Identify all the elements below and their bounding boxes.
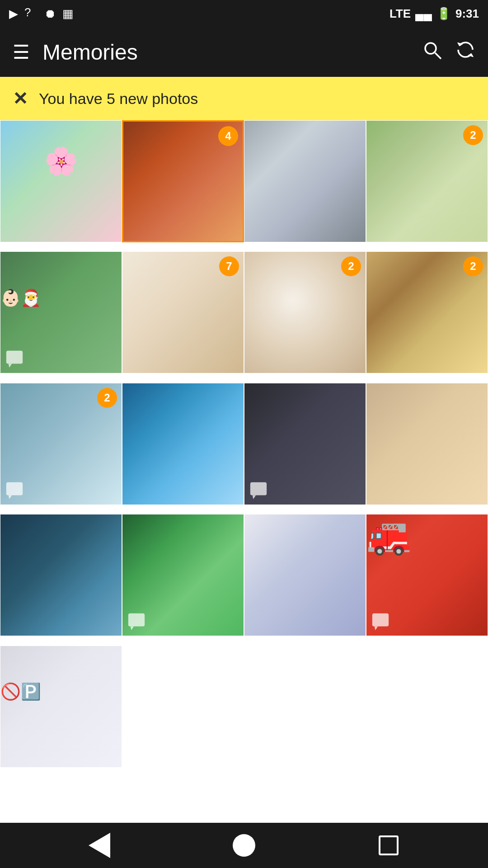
svg-marker-6 xyxy=(9,495,12,499)
time: 9:31 xyxy=(455,7,479,21)
svg-marker-12 xyxy=(375,627,378,631)
signal-icon: ▄▄ xyxy=(415,7,432,21)
notification-message: You have 5 new photos xyxy=(39,90,198,108)
photo-badge: 4 xyxy=(218,126,238,146)
comment-icon xyxy=(5,349,24,368)
play-icon: ▶ xyxy=(9,7,18,21)
status-bar: ▶ ? ⏺ ▦ LTE ▄▄ 🔋 9:31 xyxy=(0,0,488,27)
photo-cell[interactable] xyxy=(366,514,488,636)
photo-cell[interactable] xyxy=(0,646,122,768)
photo-badge: 2 xyxy=(341,256,361,276)
status-right-icons: LTE ▄▄ 🔋 9:31 xyxy=(389,7,479,21)
svg-marker-4 xyxy=(9,364,12,368)
search-button[interactable] xyxy=(422,40,442,64)
photo-cell[interactable] xyxy=(122,514,244,636)
photo-badge: 7 xyxy=(219,256,239,276)
svg-point-1 xyxy=(425,43,436,54)
photo-badge: 2 xyxy=(463,256,483,276)
photo-cell[interactable]: 2 xyxy=(244,251,366,373)
photo-badge: 2 xyxy=(97,388,117,408)
comment-icon xyxy=(249,481,268,500)
svg-text:?: ? xyxy=(24,6,31,18)
status-left-icons: ▶ ? ⏺ ▦ xyxy=(9,6,74,21)
photo-cell[interactable]: 2 xyxy=(366,120,488,242)
photo-cell[interactable]: 4 xyxy=(122,120,244,242)
comment-icon xyxy=(5,481,24,500)
svg-rect-7 xyxy=(250,482,267,495)
photo-cell[interactable]: 2 xyxy=(366,251,488,373)
record-icon: ⏺ xyxy=(44,7,56,21)
spacer xyxy=(0,777,488,823)
photo-cell[interactable] xyxy=(0,120,122,242)
svg-rect-5 xyxy=(6,482,23,495)
svg-marker-10 xyxy=(131,627,134,631)
photo-cell[interactable] xyxy=(0,514,122,636)
photo-cell[interactable] xyxy=(244,514,366,636)
notification-banner: ✕ You have 5 new photos xyxy=(0,77,488,120)
refresh-button[interactable] xyxy=(455,40,475,64)
battery-icon: 🔋 xyxy=(436,7,451,21)
app-header: ☰ Memories xyxy=(0,27,488,77)
photo-cell[interactable]: 7 xyxy=(122,251,244,373)
svg-rect-3 xyxy=(6,351,23,364)
bottom-nav xyxy=(0,823,488,868)
comment-icon xyxy=(127,612,146,631)
photo-cell[interactable] xyxy=(244,120,366,242)
svg-rect-11 xyxy=(372,613,389,627)
photo-cell[interactable] xyxy=(0,251,122,373)
header-actions xyxy=(422,40,475,64)
photo-grid: 42 7222 xyxy=(0,120,488,777)
back-button[interactable] xyxy=(86,832,113,859)
close-notification-button[interactable]: ✕ xyxy=(13,90,28,108)
photo-cell[interactable]: 2 xyxy=(0,383,122,505)
photo-cell[interactable] xyxy=(122,383,244,505)
svg-line-2 xyxy=(435,53,441,59)
photo-badge: 2 xyxy=(463,125,483,145)
recent-button[interactable] xyxy=(375,832,402,859)
lte-icon: LTE xyxy=(389,7,411,21)
photo-cell[interactable] xyxy=(366,383,488,505)
photo-cell[interactable] xyxy=(244,383,366,505)
svg-rect-9 xyxy=(128,613,145,627)
svg-marker-8 xyxy=(253,495,256,499)
wifi-icon: ? xyxy=(24,6,38,21)
comment-icon xyxy=(371,612,390,631)
sim-icon: ▦ xyxy=(62,7,74,21)
page-title: Memories xyxy=(42,40,422,65)
home-button[interactable] xyxy=(230,832,258,859)
menu-button[interactable]: ☰ xyxy=(13,41,30,63)
